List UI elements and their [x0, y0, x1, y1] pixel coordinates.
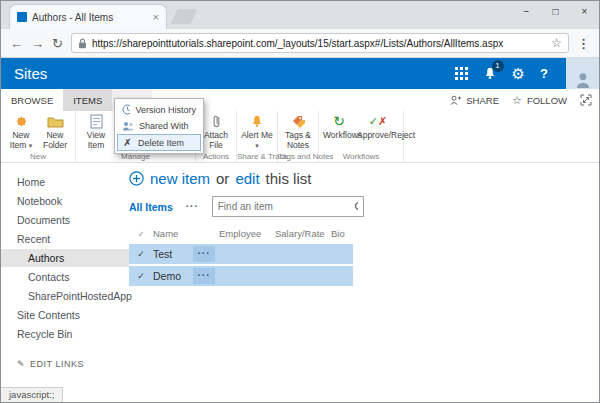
view-item-button[interactable]: View Item — [80, 113, 112, 151]
table-row-test[interactable]: ✓ Test ··· — [129, 244, 353, 264]
notifications-bell-icon[interactable]: 1 — [483, 66, 497, 81]
tab-title: Authors - All Items — [32, 12, 148, 23]
suite-bar: Sites 1 ⚙ ? — [1, 58, 599, 89]
sidebar-item-documents[interactable]: Documents — [1, 211, 129, 229]
tab-items[interactable]: ITEMS — [63, 89, 112, 111]
approve-reject-button[interactable]: ✓✗ Approve/Reject — [357, 113, 399, 141]
sidebar-item-authors[interactable]: Authors — [1, 249, 129, 267]
item-menu-button[interactable]: ··· — [193, 246, 215, 262]
table-row-demo[interactable]: ✓ Demo ··· — [129, 266, 353, 286]
new-tab-button[interactable] — [171, 9, 198, 24]
search-icon[interactable] — [354, 201, 358, 213]
item-menu-button[interactable]: ··· — [193, 268, 215, 284]
new-folder-button[interactable]: New Folder — [39, 113, 71, 151]
alert-me-bell-icon — [241, 113, 273, 130]
menu-item-version-history[interactable]: Version History — [117, 101, 201, 118]
reject-icon: ✗ — [378, 115, 387, 128]
ribbon-command-area: New Item ▾ New Folder New View Item Edit… — [1, 111, 599, 163]
view-more-button[interactable]: ··· — [186, 201, 199, 212]
view-selector-row: All Items ··· — [129, 196, 599, 217]
ribbon-group-new: New Item ▾ New Folder New — [1, 111, 76, 162]
column-header-name[interactable]: Name — [153, 228, 219, 239]
help-icon[interactable]: ? — [540, 66, 548, 81]
follow-button[interactable]: FOLLOW — [527, 95, 567, 106]
search-input[interactable] — [218, 201, 350, 212]
workflows-button[interactable]: ↻ Workflows — [323, 113, 355, 141]
attach-file-button[interactable]: Attach File — [200, 113, 232, 151]
alert-me-button[interactable]: Alert Me ▾ — [241, 113, 273, 151]
attach-file-icon — [200, 113, 232, 130]
user-avatar[interactable] — [566, 58, 599, 89]
group-label-tags-notes: Tags and Notes — [278, 152, 318, 161]
select-all-checkmark-icon[interactable]: ✓ — [129, 229, 153, 239]
address-bar[interactable]: https://sharepointtutorials.sharepoint.c… — [71, 33, 569, 53]
window-close-button[interactable]: × — [570, 1, 599, 22]
sidebar-item-contacts[interactable]: Contacts — [1, 268, 129, 286]
row-name-cell[interactable]: Demo — [153, 270, 193, 282]
settings-gear-icon[interactable]: ⚙ — [512, 66, 525, 81]
notification-badge: 1 — [492, 60, 504, 72]
new-item-link[interactable]: new item — [150, 170, 210, 187]
table-header-row: ✓ Name Employee Salary/Rate Bio — [129, 228, 599, 244]
group-label-new: New — [1, 152, 75, 161]
sidebar-item-site-contents[interactable]: Site Contents — [1, 306, 129, 324]
browser-tab-strip: Authors - All Items × − □ × — [1, 1, 599, 29]
sidebar-item-recent[interactable]: Recent — [1, 230, 129, 248]
items-table: ✓ Name Employee Salary/Rate Bio ✓ Test ·… — [129, 228, 599, 286]
tab-browse[interactable]: BROWSE — [1, 89, 63, 111]
ribbon-right-actions: SHARE ☆ FOLLOW — [450, 89, 599, 111]
view-item-icon — [80, 113, 112, 130]
window-maximize-button[interactable]: □ — [541, 1, 570, 22]
list-heading: new item or edit this list — [129, 170, 599, 187]
find-item-searchbox[interactable] — [212, 196, 364, 217]
window-minimize-button[interactable]: − — [512, 1, 541, 22]
ribbon-group-share-track: Alert Me ▾ Share & Track — [237, 111, 278, 162]
dropdown-arrow-icon: ▾ — [29, 142, 33, 149]
sharepoint-favicon — [17, 12, 27, 22]
row-checkmark-icon[interactable]: ✓ — [129, 271, 153, 281]
suite-bar-actions: 1 ⚙ ? — [455, 58, 599, 89]
page-content: Home Notebook Documents Recent Authors C… — [1, 163, 599, 402]
url-text[interactable]: https://sharepointtutorials.sharepoint.c… — [92, 38, 546, 49]
new-item-button[interactable]: New Item ▾ — [5, 113, 37, 151]
menu-item-shared-with[interactable]: Shared With — [117, 118, 201, 134]
tags-icon — [282, 113, 314, 130]
row-checkmark-icon[interactable]: ✓ — [129, 249, 153, 259]
left-navigation: Home Notebook Documents Recent Authors C… — [1, 163, 129, 402]
row-name-cell[interactable]: Test — [153, 248, 193, 260]
share-button[interactable]: SHARE — [466, 95, 499, 106]
browser-toolbar: ← → ↻ https://sharepointtutorials.sharep… — [1, 29, 599, 58]
new-item-plus-icon[interactable] — [129, 171, 144, 186]
view-all-items[interactable]: All Items — [129, 201, 173, 213]
tags-notes-button[interactable]: Tags & Notes — [282, 113, 314, 151]
app-launcher-icon[interactable] — [455, 67, 468, 80]
window-controls: − □ × — [512, 1, 599, 22]
column-header-salary-rate[interactable]: Salary/Rate — [275, 228, 331, 239]
column-header-bio[interactable]: Bio — [331, 228, 371, 239]
sidebar-item-recycle-bin[interactable]: Recycle Bin — [1, 325, 129, 343]
approve-reject-icon: ✓✗ — [357, 113, 399, 130]
bookmark-star-icon[interactable]: ☆ — [551, 36, 562, 50]
focus-on-content-icon[interactable] — [580, 94, 592, 106]
forward-button[interactable]: → — [31, 37, 44, 50]
workflow-icon: ↻ — [323, 113, 355, 130]
edit-links-button[interactable]: ✎ EDIT LINKS — [1, 359, 129, 369]
back-button[interactable]: ← — [10, 37, 23, 50]
browser-tab[interactable]: Authors - All Items × — [9, 4, 167, 29]
tab-close-icon[interactable]: × — [153, 11, 159, 23]
sites-link[interactable]: Sites — [14, 65, 47, 82]
heading-suffix-text: this list — [266, 170, 312, 187]
shared-with-people-icon — [122, 121, 134, 131]
status-bubble: javascript:; — [1, 387, 63, 402]
column-header-employee[interactable]: Employee — [219, 228, 275, 239]
sidebar-item-notebook[interactable]: Notebook — [1, 192, 129, 210]
menu-item-delete-item[interactable]: ✗ Delete Item — [117, 134, 201, 151]
sidebar-item-home[interactable]: Home — [1, 173, 129, 191]
lock-icon — [78, 38, 87, 49]
browser-menu-icon[interactable]: ⋮ — [577, 36, 590, 51]
edit-list-link[interactable]: edit — [235, 170, 259, 187]
sidebar-item-sharepointhostedapp[interactable]: SharePointHostedApp — [1, 287, 129, 305]
pencil-icon: ✎ — [17, 359, 25, 369]
ribbon-tab-bar: BROWSE ITEMS LIST SHARE ☆ FOLLOW — [1, 89, 599, 111]
refresh-button[interactable]: ↻ — [52, 37, 63, 50]
